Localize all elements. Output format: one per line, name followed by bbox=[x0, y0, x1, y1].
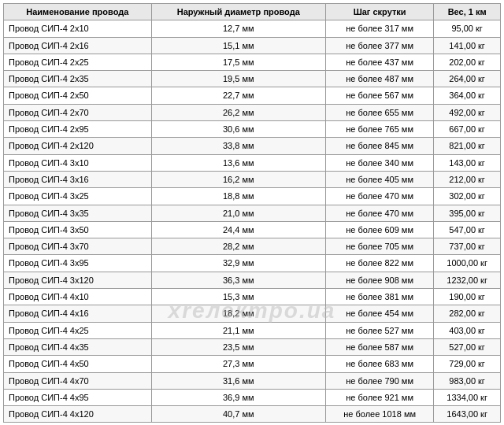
cell-6-2: не более 765 мм bbox=[325, 121, 433, 138]
cell-0-3: 95,00 кг bbox=[434, 20, 501, 37]
cell-14-3: 1000,00 кг bbox=[434, 255, 501, 272]
cell-11-3: 395,00 кг bbox=[434, 205, 501, 221]
table-row: Провод СИП-4 4х7031,6 ммне более 790 мм9… bbox=[4, 372, 501, 389]
table-container: Наименование провода Наружный диаметр пр… bbox=[0, 0, 504, 425]
cell-7-2: не более 845 мм bbox=[325, 138, 433, 154]
cell-0-2: не более 317 мм bbox=[325, 20, 433, 37]
cell-13-1: 28,2 мм bbox=[151, 238, 325, 255]
cell-3-2: не более 487 мм bbox=[325, 71, 433, 87]
cell-15-0: Провод СИП-4 3х120 bbox=[4, 272, 152, 288]
cell-8-2: не более 340 мм bbox=[325, 154, 433, 171]
cell-15-2: не более 908 мм bbox=[325, 272, 433, 288]
col-header-name: Наименование провода bbox=[4, 4, 152, 20]
cell-23-1: 40,7 мм bbox=[151, 406, 325, 423]
cell-9-1: 16,2 мм bbox=[151, 171, 325, 187]
cell-20-0: Провод СИП-4 4х50 bbox=[4, 356, 152, 372]
cell-0-0: Провод СИП-4 2х10 bbox=[4, 20, 152, 37]
cell-21-3: 983,00 кг bbox=[434, 372, 501, 389]
cell-21-0: Провод СИП-4 4х70 bbox=[4, 372, 152, 389]
cell-16-3: 190,00 кг bbox=[434, 289, 501, 305]
cell-1-2: не более 377 мм bbox=[325, 37, 433, 54]
table-row: Провод СИП-4 2х1615,1 ммне более 377 мм1… bbox=[4, 37, 501, 54]
cell-13-3: 737,00 кг bbox=[434, 238, 501, 255]
table-row: Провод СИП-4 3х3521,0 ммне более 470 мм3… bbox=[4, 205, 501, 221]
cell-23-2: не более 1018 мм bbox=[325, 406, 433, 423]
table-row: Провод СИП-4 4х1015,3 ммне более 381 мм1… bbox=[4, 289, 501, 305]
cell-8-1: 13,6 мм bbox=[151, 154, 325, 171]
cell-1-0: Провод СИП-4 2х16 bbox=[4, 37, 152, 54]
cell-17-1: 18,2 мм bbox=[151, 305, 325, 322]
cell-12-0: Провод СИП-4 3х50 bbox=[4, 221, 152, 238]
cell-12-2: не более 609 мм bbox=[325, 221, 433, 238]
table-row: Провод СИП-4 3х7028,2 ммне более 705 мм7… bbox=[4, 238, 501, 255]
cell-4-1: 22,7 мм bbox=[151, 87, 325, 104]
table-row: Провод СИП-4 2х1012,7 ммне более 317 мм9… bbox=[4, 20, 501, 37]
cell-19-3: 527,00 кг bbox=[434, 338, 501, 355]
cell-5-3: 492,00 кг bbox=[434, 104, 501, 120]
cell-23-0: Провод СИП-4 4х120 bbox=[4, 406, 152, 423]
cell-7-1: 33,8 мм bbox=[151, 138, 325, 154]
cell-8-3: 143,00 кг bbox=[434, 154, 501, 171]
table-row: Провод СИП-4 4х1618,2 ммне более 454 мм2… bbox=[4, 305, 501, 322]
table-row: Провод СИП-4 3х1616,2 ммне более 405 мм2… bbox=[4, 171, 501, 187]
cell-4-3: 364,00 кг bbox=[434, 87, 501, 104]
col-header-pitch: Шаг скрутки bbox=[325, 4, 433, 20]
cell-18-3: 403,00 кг bbox=[434, 322, 501, 338]
col-header-weight: Вес, 1 км bbox=[434, 4, 501, 20]
cell-7-0: Провод СИП-4 2х120 bbox=[4, 138, 152, 154]
cell-0-1: 12,7 мм bbox=[151, 20, 325, 37]
table-row: Провод СИП-4 2х5022,7 ммне более 567 мм3… bbox=[4, 87, 501, 104]
cell-17-0: Провод СИП-4 4х16 bbox=[4, 305, 152, 322]
cell-5-1: 26,2 мм bbox=[151, 104, 325, 120]
cell-19-1: 23,5 мм bbox=[151, 338, 325, 355]
cell-2-0: Провод СИП-4 2х25 bbox=[4, 54, 152, 70]
cell-3-0: Провод СИП-4 2х35 bbox=[4, 71, 152, 87]
data-table: Наименование провода Наружный диаметр пр… bbox=[3, 3, 501, 423]
table-row: Провод СИП-4 4х9536,9 ммне более 921 мм1… bbox=[4, 389, 501, 405]
table-row: Провод СИП-4 2х3519,5 ммне более 487 мм2… bbox=[4, 71, 501, 87]
cell-14-2: не более 822 мм bbox=[325, 255, 433, 272]
table-row: Провод СИП-4 2х2517,5 ммне более 437 мм2… bbox=[4, 54, 501, 70]
cell-3-3: 264,00 кг bbox=[434, 71, 501, 87]
cell-21-2: не более 790 мм bbox=[325, 372, 433, 389]
cell-6-3: 667,00 кг bbox=[434, 121, 501, 138]
cell-15-3: 1232,00 кг bbox=[434, 272, 501, 288]
cell-10-1: 18,8 мм bbox=[151, 188, 325, 205]
cell-8-0: Провод СИП-4 3х10 bbox=[4, 154, 152, 171]
table-row: Провод СИП-4 2х9530,6 ммне более 765 мм6… bbox=[4, 121, 501, 138]
cell-11-2: не более 470 мм bbox=[325, 205, 433, 221]
cell-18-2: не более 527 мм bbox=[325, 322, 433, 338]
cell-15-1: 36,3 мм bbox=[151, 272, 325, 288]
table-header-row: Наименование провода Наружный диаметр пр… bbox=[4, 4, 501, 20]
table-row: Провод СИП-4 4х2521,1 ммне более 527 мм4… bbox=[4, 322, 501, 338]
cell-3-1: 19,5 мм bbox=[151, 71, 325, 87]
cell-20-3: 729,00 кг bbox=[434, 356, 501, 372]
table-row: Провод СИП-4 3х9532,9 ммне более 822 мм1… bbox=[4, 255, 501, 272]
cell-23-3: 1643,00 кг bbox=[434, 406, 501, 423]
table-row: Провод СИП-4 4х3523,5 ммне более 587 мм5… bbox=[4, 338, 501, 355]
cell-19-2: не более 587 мм bbox=[325, 338, 433, 355]
table-row: Провод СИП-4 4х12040,7 ммне более 1018 м… bbox=[4, 406, 501, 423]
cell-1-3: 141,00 кг bbox=[434, 37, 501, 54]
cell-22-3: 1334,00 кг bbox=[434, 389, 501, 405]
cell-17-3: 282,00 кг bbox=[434, 305, 501, 322]
cell-12-1: 24,4 мм bbox=[151, 221, 325, 238]
cell-19-0: Провод СИП-4 4х35 bbox=[4, 338, 152, 355]
cell-2-1: 17,5 мм bbox=[151, 54, 325, 70]
cell-4-2: не более 567 мм bbox=[325, 87, 433, 104]
table-row: Провод СИП-4 3х1013,6 ммне более 340 мм1… bbox=[4, 154, 501, 171]
cell-7-3: 821,00 кг bbox=[434, 138, 501, 154]
cell-22-1: 36,9 мм bbox=[151, 389, 325, 405]
cell-2-2: не более 437 мм bbox=[325, 54, 433, 70]
cell-18-0: Провод СИП-4 4х25 bbox=[4, 322, 152, 338]
cell-5-2: не более 655 мм bbox=[325, 104, 433, 120]
cell-10-0: Провод СИП-4 3х25 bbox=[4, 188, 152, 205]
cell-14-1: 32,9 мм bbox=[151, 255, 325, 272]
cell-1-1: 15,1 мм bbox=[151, 37, 325, 54]
cell-10-3: 302,00 кг bbox=[434, 188, 501, 205]
table-row: Провод СИП-4 3х12036,3 ммне более 908 мм… bbox=[4, 272, 501, 288]
cell-2-3: 202,00 кг bbox=[434, 54, 501, 70]
cell-11-0: Провод СИП-4 3х35 bbox=[4, 205, 152, 221]
cell-16-1: 15,3 мм bbox=[151, 289, 325, 305]
cell-13-0: Провод СИП-4 3х70 bbox=[4, 238, 152, 255]
